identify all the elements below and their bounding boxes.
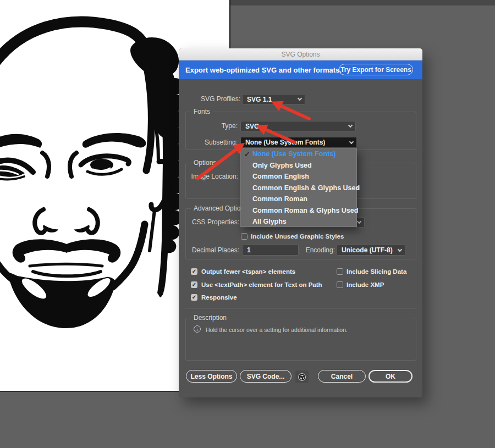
web-preview-button[interactable]	[295, 370, 309, 383]
chevron-down-icon	[349, 139, 354, 143]
decimal-places-label: Decimal Places:	[190, 245, 239, 256]
encoding-label: Encoding:	[304, 245, 335, 256]
subsetting-menu: None (Use System Fonts) Only Glyphs Used…	[240, 148, 357, 227]
menu-item-only-glyphs-used[interactable]: Only Glyphs Used	[241, 160, 356, 172]
options-group-label: Options	[191, 159, 219, 167]
svg-options-dialog: SVG Options Export web-optimized SVG and…	[179, 48, 422, 397]
globe-icon	[298, 373, 306, 381]
chevron-down-icon	[348, 123, 353, 128]
description-group	[185, 318, 416, 361]
subsetting-value: None (Use System Fonts)	[245, 139, 325, 146]
cancel-button[interactable]: Cancel	[318, 370, 366, 383]
subsetting-label: Subsetting:	[190, 137, 238, 148]
decimal-places-input[interactable]	[242, 245, 299, 256]
responsive-label: Responsive	[201, 294, 237, 301]
description-hint: Hold the cursor over a setting for addit…	[206, 327, 348, 333]
dialog-titlebar[interactable]: SVG Options	[179, 48, 422, 60]
include-xmp-label: Include XMP	[346, 281, 384, 288]
font-type-value: SVG	[245, 123, 259, 130]
menu-item-all-glyphs[interactable]: All Glyphs	[241, 216, 356, 228]
svg-profiles-label: SVG Profiles:	[181, 94, 240, 104]
svg-code-button[interactable]: SVG Code...	[240, 370, 292, 383]
output-fewer-tspan-label: Output fewer <tspan> elements	[201, 268, 295, 275]
include-slicing-data-checkbox[interactable]	[337, 268, 343, 275]
svg-profiles-value: SVG 1.1	[247, 96, 272, 103]
menu-item-none-use-system-fonts[interactable]: None (Use System Fonts)	[241, 148, 356, 160]
use-textpath-label: Use <textPath> element for Text on Path	[201, 281, 322, 288]
chevron-down-icon	[398, 247, 402, 251]
encoding-select[interactable]: Unicode (UTF-8)	[337, 245, 405, 256]
svg-profiles-select[interactable]: SVG 1.1	[242, 94, 305, 104]
image-location-label: Image Location:	[189, 172, 238, 182]
less-options-button[interactable]: Less Options	[186, 370, 237, 383]
include-unused-graphic-styles-checkbox[interactable]	[241, 233, 248, 240]
menu-item-common-roman[interactable]: Common Roman	[241, 193, 356, 205]
fonts-group-label: Fonts	[191, 108, 213, 115]
responsive-checkbox[interactable]	[191, 294, 197, 301]
export-banner: Export web-optimized SVG and other forma…	[179, 60, 422, 79]
dialog-title: SVG Options	[281, 51, 320, 58]
menu-item-common-english-glyphs-used[interactable]: Common English & Glyphs Used	[241, 182, 356, 194]
include-slicing-data-label: Include Slicing Data	[346, 268, 406, 275]
chevron-down-icon	[298, 96, 302, 101]
description-group-label: Description	[191, 314, 229, 322]
include-xmp-checkbox[interactable]	[337, 281, 343, 288]
section-divider	[185, 308, 416, 309]
font-type-select[interactable]: SVG	[240, 121, 356, 131]
info-icon	[194, 325, 201, 333]
include-unused-graphic-styles-label: Include Unused Graphic Styles	[251, 233, 344, 240]
menu-item-common-roman-glyphs-used[interactable]: Common Roman & Glyphs Used	[241, 205, 356, 217]
output-fewer-tspan-checkbox[interactable]	[191, 268, 197, 275]
ok-button[interactable]: OK	[369, 370, 413, 383]
menu-item-common-english[interactable]: Common English	[241, 171, 356, 182]
use-textpath-checkbox[interactable]	[191, 281, 197, 288]
try-export-for-screens-button[interactable]: Try Export for Screens	[339, 64, 413, 75]
subsetting-select[interactable]: None (Use System Fonts)	[240, 137, 357, 148]
css-properties-label: CSS Properties:	[190, 217, 239, 228]
banner-message: Export web-optimized SVG and other forma…	[185, 66, 342, 74]
illustrator-workspace: SVG Options Export web-optimized SVG and…	[0, 0, 495, 448]
type-label: Type:	[195, 121, 238, 131]
encoding-value: Unicode (UTF-8)	[342, 246, 393, 254]
chevron-down-icon	[357, 219, 361, 224]
